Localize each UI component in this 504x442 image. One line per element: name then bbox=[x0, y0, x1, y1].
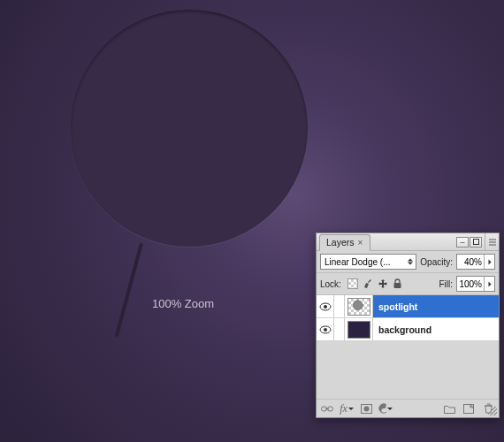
spotlight-handle bbox=[115, 242, 143, 337]
blend-mode-value: Linear Dodge (... bbox=[325, 257, 391, 267]
fill-flyout-icon[interactable] bbox=[484, 277, 494, 291]
link-cell[interactable] bbox=[334, 318, 345, 340]
zoom-indicator: 100% Zoom bbox=[152, 297, 214, 310]
layer-style-button[interactable]: fx bbox=[340, 402, 354, 415]
lock-label: Lock: bbox=[320, 279, 341, 289]
layer-thumbnail[interactable] bbox=[345, 295, 373, 317]
eye-icon bbox=[319, 302, 332, 311]
tab-label: Layers bbox=[326, 237, 355, 248]
lock-pixels-button[interactable] bbox=[362, 278, 374, 290]
svg-rect-1 bbox=[394, 283, 401, 288]
layer-mask-button[interactable] bbox=[359, 404, 373, 414]
opacity-input[interactable] bbox=[456, 254, 495, 270]
svg-point-3 bbox=[324, 305, 327, 309]
panel-menu-button[interactable] bbox=[485, 233, 499, 250]
thumbnail-icon bbox=[347, 321, 370, 339]
lock-transparency-button[interactable] bbox=[347, 278, 359, 290]
brush-icon bbox=[363, 278, 373, 289]
select-arrow-icon bbox=[408, 259, 413, 265]
lock-position-button[interactable] bbox=[377, 278, 389, 290]
mask-icon bbox=[361, 404, 372, 414]
transparency-icon bbox=[347, 278, 358, 289]
visibility-toggle[interactable] bbox=[317, 318, 334, 340]
yinyang-icon bbox=[378, 403, 386, 414]
layer-name[interactable]: spotlight bbox=[373, 295, 499, 317]
tab-close-icon[interactable]: × bbox=[358, 238, 363, 248]
lock-all-button[interactable] bbox=[392, 278, 404, 290]
layer-row[interactable]: spotlight bbox=[317, 295, 499, 318]
blend-mode-select[interactable]: Linear Dodge (... bbox=[320, 254, 416, 270]
dropdown-arrow bbox=[348, 408, 354, 410]
svg-point-10 bbox=[363, 406, 369, 411]
eye-icon bbox=[319, 325, 332, 334]
new-layer-button[interactable] bbox=[462, 403, 476, 414]
layer-list-empty[interactable] bbox=[317, 341, 499, 400]
link-layers-button[interactable] bbox=[320, 405, 334, 413]
panel-footer: fx bbox=[317, 400, 499, 417]
fx-icon: fx bbox=[340, 402, 347, 415]
thumbnail-icon bbox=[347, 298, 370, 316]
resize-grip[interactable] bbox=[488, 407, 497, 415]
lock-fill-row: Lock: Fill: bbox=[317, 273, 499, 295]
visibility-toggle[interactable] bbox=[317, 295, 334, 317]
panel-titlebar[interactable]: Layers × – bbox=[317, 233, 499, 251]
fill-label: Fill: bbox=[439, 279, 453, 289]
spotlight-shape bbox=[71, 10, 308, 247]
svg-rect-0 bbox=[473, 240, 478, 245]
opacity-field[interactable] bbox=[457, 257, 484, 267]
opacity-label: Opacity: bbox=[420, 257, 453, 267]
layer-name[interactable]: background bbox=[373, 318, 499, 340]
new-page-icon bbox=[463, 404, 474, 414]
blend-opacity-row: Linear Dodge (... Opacity: bbox=[317, 251, 499, 273]
layer-row[interactable]: background bbox=[317, 318, 499, 341]
adjustment-layer-button[interactable] bbox=[378, 403, 393, 414]
dropdown-arrow bbox=[387, 408, 393, 410]
folder-icon bbox=[444, 404, 455, 414]
layer-thumbnail[interactable] bbox=[345, 318, 373, 340]
maximize-button[interactable] bbox=[470, 237, 482, 248]
lock-icon bbox=[393, 278, 402, 289]
layer-list: spotlight background bbox=[317, 295, 499, 341]
svg-point-5 bbox=[324, 328, 327, 332]
link-cell[interactable] bbox=[334, 295, 345, 317]
minimize-button[interactable]: – bbox=[456, 237, 469, 248]
link-icon bbox=[321, 405, 333, 413]
move-icon bbox=[378, 278, 388, 289]
fill-field[interactable] bbox=[457, 279, 484, 289]
layers-panel: Layers × – Linear Dodge (... Opacity: Lo… bbox=[316, 232, 500, 418]
tab-layers[interactable]: Layers × bbox=[319, 234, 370, 251]
fill-input[interactable] bbox=[456, 276, 495, 292]
new-group-button[interactable] bbox=[442, 403, 456, 414]
opacity-flyout-icon[interactable] bbox=[484, 255, 494, 269]
